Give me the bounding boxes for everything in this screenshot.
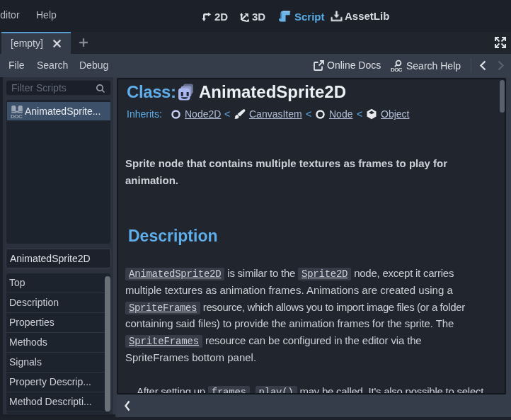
svg-text:DOC: DOC xyxy=(391,67,403,72)
svg-text:DOC: DOC xyxy=(11,113,23,118)
